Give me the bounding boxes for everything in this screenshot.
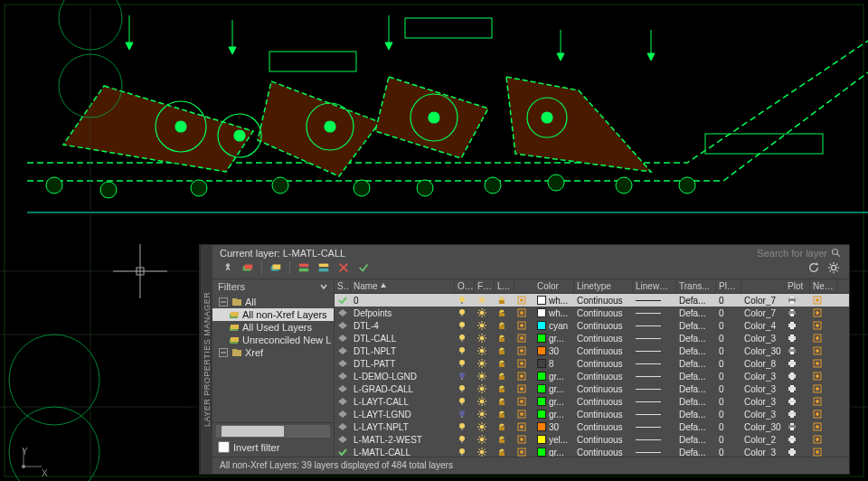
layer-plot-toggle[interactable] (785, 346, 810, 355)
column-header[interactable]: S... (335, 279, 351, 293)
column-header[interactable]: Fre... (475, 279, 495, 293)
layer-on-toggle[interactable] (455, 359, 475, 368)
new-layer-button[interactable] (240, 260, 256, 275)
layer-name-cell[interactable]: L-MATL-2-WEST (351, 435, 455, 445)
filters-horizontal-scrollbar[interactable] (216, 425, 330, 438)
layer-plotstyle-num-cell[interactable]: 0 (716, 372, 741, 382)
layer-freeze-toggle[interactable] (475, 435, 495, 444)
layer-on-toggle[interactable] (455, 422, 475, 431)
layer-plot-toggle[interactable] (785, 448, 810, 457)
layer-name-cell[interactable]: L-LAYT-LGND (351, 410, 455, 420)
layer-freeze-toggle[interactable] (475, 334, 495, 343)
filter-tree-item[interactable]: All (212, 296, 334, 308)
layer-linetype-cell[interactable]: Continuous (574, 372, 633, 382)
layer-lineweight-cell[interactable] (633, 401, 676, 402)
layer-newvp-toggle[interactable] (810, 321, 837, 330)
layer-plotstyle-cell[interactable]: Color_3 (741, 397, 785, 407)
invert-filter-checkbox[interactable]: Invert filter (212, 439, 334, 457)
layer-states-2-button[interactable] (316, 260, 332, 275)
layer-color-cell[interactable]: wh... (534, 308, 574, 318)
layer-vp-icon[interactable] (514, 296, 534, 305)
layer-plot-toggle[interactable] (785, 372, 810, 381)
layer-plotstyle-cell[interactable]: Color_4 (741, 321, 785, 331)
layer-color-cell[interactable]: 30 (534, 422, 574, 432)
layer-vp-icon[interactable] (514, 410, 534, 419)
layer-newvp-toggle[interactable] (810, 410, 837, 419)
layer-transparency-cell[interactable]: Defa... (676, 422, 716, 432)
layer-plot-toggle[interactable] (785, 321, 810, 330)
layer-transparency-cell[interactable]: Defa... (676, 321, 716, 331)
column-header[interactable]: L... (495, 279, 514, 293)
layer-vp-icon[interactable] (514, 397, 534, 406)
layer-name-cell[interactable]: 0 (351, 296, 455, 306)
layer-linetype-cell[interactable]: Continuous (574, 296, 633, 306)
column-header[interactable]: New ... (810, 279, 837, 293)
layer-lineweight-cell[interactable] (633, 414, 676, 415)
filter-tree-item[interactable]: All Used Layers (212, 321, 334, 334)
layer-plotstyle-num-cell[interactable]: 0 (716, 334, 741, 344)
column-header[interactable] (514, 285, 534, 288)
layer-vp-icon[interactable] (514, 346, 534, 355)
layer-lineweight-cell[interactable] (633, 313, 676, 314)
layer-lineweight-cell[interactable] (633, 427, 676, 428)
layer-plot-toggle[interactable] (785, 359, 810, 368)
layer-lock-toggle[interactable] (495, 321, 514, 330)
layer-lineweight-cell[interactable] (633, 363, 676, 364)
layer-plotstyle-cell[interactable]: Color_7 (741, 308, 785, 318)
column-header[interactable]: Plot St... (716, 279, 741, 293)
layer-plotstyle-num-cell[interactable]: 0 (716, 435, 741, 445)
layer-vp-icon[interactable] (514, 308, 534, 317)
layer-row[interactable]: L-MATL-2-WESTyel...ContinuousDefa...0Col… (335, 433, 849, 446)
layer-plotstyle-cell[interactable]: Color_3 (741, 410, 785, 420)
layer-on-toggle[interactable] (455, 435, 475, 444)
layer-name-cell[interactable]: L-LAYT-CALL (351, 397, 455, 407)
layer-vp-icon[interactable] (514, 448, 534, 457)
layer-newvp-toggle[interactable] (810, 422, 837, 431)
layer-transparency-cell[interactable]: Defa... (676, 410, 716, 420)
collapse-filters-icon[interactable] (319, 282, 328, 291)
layer-vp-icon[interactable] (514, 422, 534, 431)
layer-newvp-toggle[interactable] (810, 308, 837, 317)
layer-plotstyle-num-cell[interactable]: 0 (716, 359, 741, 369)
layer-lock-toggle[interactable] (495, 448, 514, 457)
layer-lineweight-cell[interactable] (633, 325, 676, 326)
layer-newvp-toggle[interactable] (810, 359, 837, 368)
layer-on-toggle[interactable] (455, 410, 475, 419)
layer-linetype-cell[interactable]: Continuous (574, 448, 633, 457)
layer-freeze-toggle[interactable] (475, 308, 495, 317)
layer-on-toggle[interactable] (455, 334, 475, 343)
layer-transparency-cell[interactable]: Defa... (676, 359, 716, 369)
layer-color-cell[interactable]: gr... (534, 384, 574, 394)
layer-plotstyle-num-cell[interactable]: 0 (716, 384, 741, 394)
layer-name-cell[interactable]: L-GRAD-CALL (351, 384, 455, 394)
layer-lineweight-cell[interactable] (633, 300, 676, 301)
layer-newvp-toggle[interactable] (810, 372, 837, 381)
column-header[interactable]: Color (534, 279, 574, 293)
layer-lock-toggle[interactable] (495, 372, 514, 381)
layer-freeze-toggle[interactable] (475, 296, 495, 305)
layer-transparency-cell[interactable]: Defa... (676, 296, 716, 306)
layer-row[interactable]: L-LAYT-LGNDgr...ContinuousDefa...0Color_… (335, 408, 849, 420)
set-current-button[interactable] (355, 260, 372, 275)
layer-linetype-cell[interactable]: Continuous (574, 359, 633, 369)
layer-row[interactable]: DTL-CALLgr...ContinuousDefa...0Color_3 (335, 332, 849, 344)
layer-linetype-cell[interactable]: Continuous (574, 410, 633, 420)
column-header[interactable]: Name (351, 279, 455, 293)
layer-vp-icon[interactable] (514, 372, 534, 381)
layer-name-cell[interactable]: Defpoints (351, 308, 455, 318)
layer-on-toggle[interactable] (455, 384, 475, 393)
layer-lock-toggle[interactable] (495, 359, 514, 368)
layer-color-cell[interactable]: cyan (534, 321, 574, 331)
layer-linetype-cell[interactable]: Continuous (574, 397, 633, 407)
layer-linetype-cell[interactable]: Continuous (574, 435, 633, 445)
layer-vp-icon[interactable] (514, 435, 534, 444)
delete-layer-button[interactable] (335, 260, 352, 275)
column-header[interactable]: Linetype (574, 279, 633, 293)
layer-lineweight-cell[interactable] (633, 351, 676, 352)
layer-plot-toggle[interactable] (785, 397, 810, 406)
layer-plot-toggle[interactable] (785, 334, 810, 343)
layer-plotstyle-cell[interactable]: Color_3 (741, 372, 785, 382)
layer-plotstyle-cell[interactable]: Color_8 (741, 359, 785, 369)
layer-lock-toggle[interactable] (495, 334, 514, 343)
layer-lineweight-cell[interactable] (633, 376, 676, 377)
